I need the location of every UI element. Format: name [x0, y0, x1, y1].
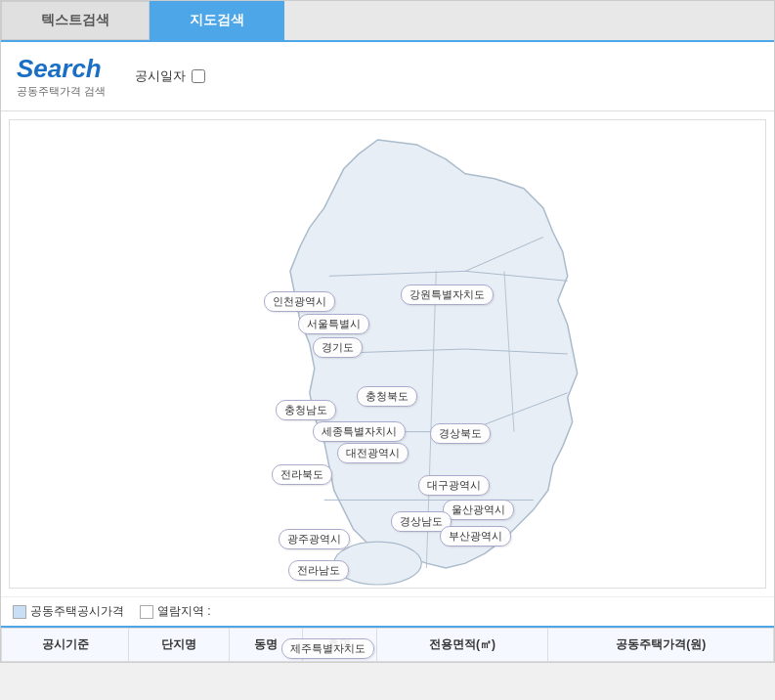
regions-container: 인천광역시강원특별자치도서울특별시경기도충청남도충청북도세종특별자치시경상북도대…: [10, 120, 765, 588]
notice-label-text: 공시일자: [135, 67, 186, 85]
tab-map-search[interactable]: 지도검색: [150, 1, 284, 40]
region-label-jeonnam[interactable]: 전라남도: [288, 560, 349, 581]
legend-area: 공동주택공시가격 열람지역 :: [1, 596, 774, 626]
region-label-daegu[interactable]: 대구광역시: [418, 475, 490, 496]
col-price: 공동주택가격(원): [548, 629, 774, 662]
region-label-gyeonggi[interactable]: 경기도: [313, 337, 363, 358]
notice-checkbox[interactable]: [192, 69, 205, 83]
region-label-daejeon[interactable]: 대전광역시: [337, 443, 409, 463]
tab-bar: 텍스트검색 지도검색: [1, 1, 774, 42]
region-label-gwangju[interactable]: 광주광역시: [279, 529, 350, 549]
legend-public-price: 공동주택공시가격: [13, 603, 124, 620]
col-complex-name: 단지명: [129, 629, 230, 662]
region-label-incheon[interactable]: 인천광역시: [264, 291, 335, 312]
main-container: 텍스트검색 지도검색 Search 공동주택가격 검색 공시일자: [0, 0, 775, 663]
region-label-chungbuk[interactable]: 충청북도: [357, 386, 417, 407]
tab-text-search[interactable]: 텍스트검색: [1, 1, 150, 40]
table-header-row: 공시기준 단지명 동명 호명 전용면적(㎡) 공동주택가격(원): [2, 629, 774, 662]
notice-label-area: 공시일자: [135, 67, 205, 85]
legend-label-public: 공동주택공시가격: [30, 603, 124, 620]
legend-label-view: 열람지역 :: [157, 603, 211, 620]
legend-box-empty: [140, 605, 153, 619]
region-label-seoul[interactable]: 서울특별시: [298, 314, 369, 334]
region-label-sejong[interactable]: 세종특별자치시: [313, 421, 406, 442]
table-area: 공시기준 단지명 동명 호명 전용면적(㎡) 공동주택가격(원): [1, 626, 774, 662]
logo-main-text: Search: [17, 54, 106, 84]
col-notice-date: 공시기준: [2, 629, 129, 662]
region-label-ulsan[interactable]: 울산광역시: [443, 500, 514, 520]
search-logo: Search 공동주택가격 검색: [17, 54, 106, 99]
region-label-busan[interactable]: 부산광역시: [440, 526, 511, 547]
region-label-chungnam[interactable]: 충청남도: [276, 400, 336, 420]
legend-box-blue: [13, 605, 26, 619]
result-table: 공시기준 단지명 동명 호명 전용면적(㎡) 공동주택가격(원): [1, 628, 774, 662]
map-area: 인천광역시강원특별자치도서울특별시경기도충청남도충청북도세종특별자치시경상북도대…: [9, 119, 766, 589]
region-label-jeju[interactable]: 제주특별자치도: [281, 638, 374, 659]
logo-sub-text: 공동주택가격 검색: [17, 84, 106, 99]
col-area: 전용면적(㎡): [376, 629, 548, 662]
region-label-gyeongbuk[interactable]: 경상북도: [430, 423, 491, 444]
region-label-gangwon[interactable]: 강원특별자치도: [401, 284, 494, 305]
legend-view-region: 열람지역 :: [140, 603, 211, 620]
header-area: Search 공동주택가격 검색 공시일자: [1, 42, 774, 111]
region-label-jeonbuk[interactable]: 전라북도: [272, 464, 332, 485]
